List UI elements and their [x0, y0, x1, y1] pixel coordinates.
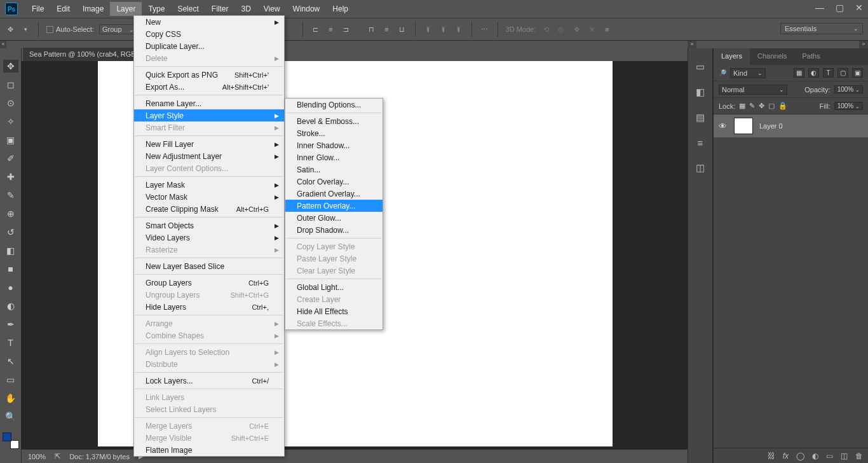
- maximize-icon[interactable]: ▢: [836, 3, 844, 13]
- menu-type[interactable]: Type: [142, 2, 171, 16]
- new-fill-icon[interactable]: ◐: [812, 452, 818, 460]
- menu-item[interactable]: New Fill Layer▶: [134, 138, 284, 150]
- history-brush-tool[interactable]: ↺: [3, 226, 18, 238]
- more-icon[interactable]: ⋯: [480, 24, 490, 34]
- layer-mask-icon[interactable]: ◯: [796, 452, 804, 460]
- menu-item[interactable]: Inner Glow...: [285, 151, 383, 163]
- filter-kind-dropdown[interactable]: Kind⌄: [730, 68, 766, 78]
- visibility-icon[interactable]: 👁: [719, 121, 728, 131]
- menu-item[interactable]: Flatten Image: [134, 444, 284, 456]
- menu-filter[interactable]: Filter: [205, 2, 235, 16]
- brush-tool[interactable]: ✎: [3, 189, 18, 202]
- distribute-bottom-icon[interactable]: ⫴: [454, 24, 464, 34]
- opacity-value[interactable]: 100% ⌄: [834, 85, 863, 93]
- auto-select-dropdown[interactable]: Group ⌄: [99, 24, 137, 34]
- close-icon[interactable]: ✕: [855, 3, 863, 13]
- minimize-icon[interactable]: —: [815, 3, 824, 13]
- menu-item[interactable]: Export As...Alt+Shift+Ctrl+': [134, 81, 284, 93]
- path-select-tool[interactable]: ↖: [3, 355, 18, 368]
- auto-select-checkbox[interactable]: Auto-Select:: [46, 25, 94, 34]
- lock-artboard-icon[interactable]: ▢: [768, 102, 775, 110]
- rectangle-tool[interactable]: ▭: [3, 373, 18, 386]
- menu-file[interactable]: File: [25, 2, 50, 16]
- eyedropper-tool[interactable]: ✐: [3, 152, 18, 165]
- filter-shape-icon[interactable]: ▢: [837, 68, 848, 78]
- magic-wand-tool[interactable]: ✧: [3, 115, 18, 128]
- blend-mode-dropdown[interactable]: Normal⌄: [719, 85, 787, 95]
- menu-item[interactable]: Hide All Effects: [285, 305, 383, 317]
- crop-tool[interactable]: ▣: [3, 134, 18, 146]
- menu-item[interactable]: Layer Style▶: [134, 109, 284, 121]
- menu-item[interactable]: Duplicate Layer...: [134, 40, 284, 52]
- menu-item[interactable]: Global Light...: [285, 281, 383, 293]
- menu-item[interactable]: Create Clipping MaskAlt+Ctrl+G: [134, 203, 284, 215]
- lock-position-icon[interactable]: ✥: [759, 102, 764, 110]
- menu-item[interactable]: Gradient Overlay...: [285, 188, 383, 200]
- align-left-icon[interactable]: ⊏: [311, 24, 321, 34]
- hand-tool[interactable]: ✋: [3, 392, 18, 404]
- panel-tab-layers[interactable]: Layers: [714, 48, 750, 65]
- eraser-tool[interactable]: ◧: [3, 244, 18, 257]
- menu-item[interactable]: Pattern Overlay...: [285, 200, 383, 212]
- lock-all-icon[interactable]: 🔒: [778, 102, 787, 110]
- export-icon[interactable]: ⇱: [55, 452, 60, 460]
- dodge-tool[interactable]: ◐: [3, 300, 18, 312]
- new-group-icon[interactable]: ▭: [826, 452, 833, 460]
- panel-tab-paths[interactable]: Paths: [795, 48, 828, 65]
- filter-adjust-icon[interactable]: ◐: [808, 68, 819, 78]
- marquee-tool[interactable]: ◻: [3, 78, 18, 91]
- menu-item[interactable]: Smart Objects▶: [134, 219, 284, 232]
- workspace-selector[interactable]: Essentials⌄: [780, 23, 863, 34]
- align-top-icon[interactable]: ⊓: [367, 24, 377, 34]
- menu-item[interactable]: Lock Layers...Ctrl+/: [134, 375, 284, 387]
- lock-transparent-icon[interactable]: ▦: [739, 102, 745, 110]
- menu-layer[interactable]: Layer: [110, 2, 142, 16]
- align-center-h-icon[interactable]: ≡: [326, 24, 336, 34]
- fill-value[interactable]: 100% ⌄: [834, 102, 863, 110]
- menu-item[interactable]: Rename Layer...: [134, 97, 284, 109]
- align-center-v-icon[interactable]: ≡: [382, 24, 392, 34]
- history-panel-icon[interactable]: ▭: [696, 61, 705, 73]
- menu-item[interactable]: Bevel & Emboss...: [285, 115, 383, 127]
- filter-smart-icon[interactable]: ▣: [852, 68, 863, 78]
- collapse-left-icon[interactable]: «: [0, 41, 6, 48]
- menu-3d[interactable]: 3D: [234, 2, 257, 16]
- lasso-tool[interactable]: ⊙: [3, 97, 18, 109]
- zoom-tool[interactable]: 🔍: [3, 410, 18, 423]
- menu-item[interactable]: Satin...: [285, 163, 383, 176]
- collapse-dock-icon[interactable]: »: [688, 41, 696, 48]
- menu-item[interactable]: New Adjustment Layer▶: [134, 150, 284, 162]
- tool-preset-icon[interactable]: ▾: [20, 24, 31, 34]
- menu-item[interactable]: Drop Shadow...: [285, 224, 383, 236]
- align-right-icon[interactable]: ⊐: [341, 24, 351, 34]
- distribute-top-icon[interactable]: ⫴: [423, 24, 433, 34]
- delete-layer-icon[interactable]: 🗑: [855, 452, 863, 460]
- filter-pixel-icon[interactable]: ▦: [794, 68, 804, 78]
- menu-item[interactable]: Outer Glow...: [285, 212, 383, 224]
- styles-panel-icon[interactable]: ◫: [696, 162, 705, 174]
- menu-window[interactable]: Window: [287, 2, 327, 16]
- menu-item[interactable]: Blending Options...: [285, 99, 383, 111]
- menu-item[interactable]: Vector Mask▶: [134, 191, 284, 203]
- layer-name[interactable]: Layer 0: [759, 122, 783, 130]
- blur-tool[interactable]: ●: [3, 281, 18, 294]
- menu-select[interactable]: Select: [171, 2, 205, 16]
- move-tool[interactable]: ✥: [3, 60, 18, 73]
- layer-row[interactable]: 👁 Layer 0: [714, 114, 868, 137]
- menu-item[interactable]: Hide LayersCtrl+,: [134, 301, 284, 313]
- new-layer-icon[interactable]: ◫: [841, 452, 848, 460]
- menu-item[interactable]: Group LayersCtrl+G: [134, 277, 284, 289]
- align-bottom-icon[interactable]: ⊔: [397, 24, 407, 34]
- layer-thumbnail[interactable]: [734, 118, 753, 134]
- menu-item[interactable]: New▶: [134, 16, 284, 28]
- healing-tool[interactable]: ✚: [3, 170, 18, 183]
- menu-image[interactable]: Image: [76, 2, 110, 16]
- lock-pixels-icon[interactable]: ✎: [749, 102, 755, 110]
- menu-edit[interactable]: Edit: [50, 2, 76, 16]
- menu-view[interactable]: View: [257, 2, 287, 16]
- menu-item[interactable]: Layer Mask▶: [134, 179, 284, 191]
- menu-item[interactable]: Quick Export as PNGShift+Ctrl+': [134, 69, 284, 81]
- menu-item[interactable]: Copy CSS: [134, 28, 284, 40]
- adjustments-panel-icon[interactable]: ≡: [698, 137, 703, 148]
- gradient-tool[interactable]: ■: [3, 263, 18, 275]
